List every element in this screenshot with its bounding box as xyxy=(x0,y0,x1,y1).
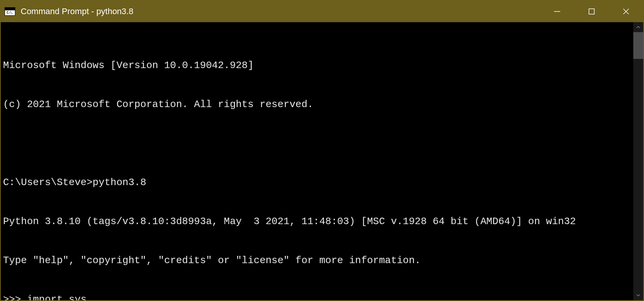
scroll-down-arrow-icon[interactable] xyxy=(633,290,643,300)
terminal-blank-line xyxy=(3,137,631,150)
terminal-output[interactable]: Microsoft Windows [Version 10.0.19042.92… xyxy=(1,22,633,300)
terminal-line: Microsoft Windows [Version 10.0.19042.92… xyxy=(3,59,631,72)
scroll-thumb[interactable] xyxy=(633,32,643,59)
window-titlebar[interactable]: C:\. Command Prompt - python3.8 xyxy=(1,1,643,22)
vertical-scrollbar[interactable] xyxy=(633,22,643,300)
terminal-line: (c) 2021 Microsoft Corporation. All righ… xyxy=(3,98,631,111)
scroll-track[interactable] xyxy=(633,32,643,290)
window-title: Command Prompt - python3.8 xyxy=(21,7,540,16)
cmd-icon: C:\. xyxy=(5,7,15,16)
svg-rect-1 xyxy=(589,9,594,14)
window-controls xyxy=(540,1,643,22)
minimize-button[interactable] xyxy=(540,1,574,22)
terminal-line: Type "help", "copyright", "credits" or "… xyxy=(3,254,631,267)
terminal-line: C:\Users\Steve>python3.8 xyxy=(3,176,631,189)
close-button[interactable] xyxy=(609,1,643,22)
window-body: Microsoft Windows [Version 10.0.19042.92… xyxy=(1,22,643,300)
terminal-line: Python 3.8.10 (tags/v3.8.10:3d8993a, May… xyxy=(3,215,631,228)
maximize-button[interactable] xyxy=(574,1,609,22)
command-prompt-window: C:\. Command Prompt - python3.8 Microsof… xyxy=(0,0,644,301)
scroll-up-arrow-icon[interactable] xyxy=(633,22,643,32)
terminal-line: >>> import sys xyxy=(3,293,631,300)
